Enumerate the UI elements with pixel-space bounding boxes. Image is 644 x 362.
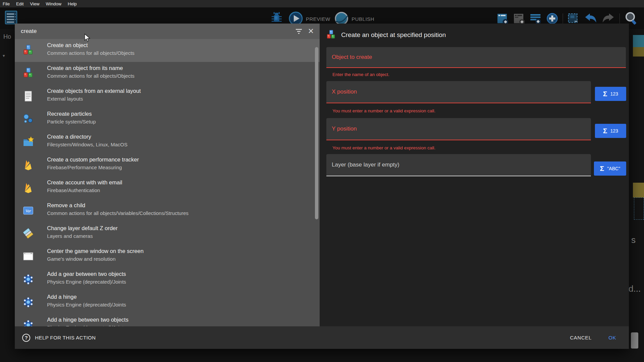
- remove-selection-icon[interactable]: [567, 12, 579, 25]
- action-subtitle: Filesystem/Windows, Linux, MacOS: [47, 142, 127, 147]
- help-icon: ?: [22, 334, 30, 342]
- list-item[interactable]: Add a hingePhysics Engine (deprecated)/J…: [15, 291, 320, 314]
- y-position-label: Y position: [332, 125, 357, 132]
- object-to-create-field[interactable]: Object to create: [326, 47, 626, 68]
- scrollbar-thumb[interactable]: [315, 47, 318, 219]
- list-item[interactable]: VarRemove a childCommon actions for all …: [15, 199, 320, 222]
- scene-object-olive: [633, 47, 644, 57]
- menu-edit[interactable]: Edit: [16, 1, 24, 6]
- action-subtitle: Common actions for all objects/Objects: [47, 50, 134, 56]
- expression-button-label: 123: [610, 91, 618, 97]
- document-icon: [22, 90, 34, 102]
- cubes-icon: [326, 30, 336, 40]
- list-item[interactable]: Create a custom performance trackerFireb…: [15, 153, 320, 176]
- home-tab-label: Ho: [3, 33, 11, 40]
- menu-help[interactable]: Help: [68, 1, 77, 6]
- close-icon[interactable]: ✕: [305, 25, 317, 37]
- action-subtitle: Firebase/Authentication: [47, 187, 100, 193]
- y-position-field[interactable]: Y position: [326, 118, 591, 140]
- menu-window[interactable]: Window: [46, 1, 61, 6]
- add-circle-icon[interactable]: [546, 12, 558, 25]
- action-list-panel: ✕ Create an objectCommon actions for all…: [15, 24, 320, 326]
- list-item[interactable]: Add a gear between two objectsPhysics En…: [15, 268, 320, 291]
- menu-view[interactable]: View: [30, 1, 39, 6]
- toolbar-separator: [563, 13, 563, 24]
- action-subtitle: Common actions for all objects/Objects: [47, 73, 134, 79]
- action-config-panel: Create an object at specified position O…: [320, 24, 629, 326]
- action-title: Center the game window on the screen: [47, 248, 144, 254]
- x-position-label: X position: [332, 88, 357, 95]
- expression-button-label: "ABC": [607, 166, 620, 171]
- project-manager-icon[interactable]: [5, 10, 18, 25]
- action-title: Create an object from its name: [47, 65, 123, 71]
- action-subtitle: Layers and cameras: [47, 233, 93, 239]
- action-title: Remove a child: [47, 202, 85, 209]
- cancel-button[interactable]: CANCEL: [570, 335, 592, 340]
- list-item[interactable]: Add a hinge between two objectsPhysics E…: [15, 314, 320, 326]
- action-subtitle: Firebase/Performance Measuring: [47, 165, 122, 170]
- toolbar-separator: [619, 13, 620, 24]
- choose-action-dialog: ✕ Create an objectCommon actions for all…: [15, 24, 629, 349]
- list-item[interactable]: Center the game window on the screenGame…: [15, 245, 320, 268]
- background-scrollbar[interactable]: [631, 332, 638, 349]
- menu-bar: File Edit View Window Help: [0, 0, 644, 7]
- chevron-down-icon[interactable]: ▾: [3, 53, 5, 58]
- zorder-icon: [22, 227, 34, 240]
- sigma-icon: Σ: [603, 90, 607, 98]
- object-helper-text: Enter the name of an object.: [332, 72, 390, 77]
- scene-object-olive: [633, 183, 644, 197]
- action-title: Create objects from an external layout: [47, 88, 141, 94]
- action-title: Create account with with email: [47, 179, 122, 186]
- window-icon: [22, 250, 34, 262]
- layer-field[interactable]: Layer (base layer if empty): [326, 154, 591, 176]
- action-title: Recreate particles: [47, 111, 92, 117]
- add-external-events-icon[interactable]: [513, 12, 525, 25]
- x-position-field[interactable]: X position: [326, 81, 591, 103]
- search-input[interactable]: [15, 28, 293, 35]
- add-events-icon[interactable]: [530, 12, 542, 25]
- list-item[interactable]: Change layer default Z orderLayers and c…: [15, 222, 320, 245]
- action-title: Create a directory: [47, 134, 91, 140]
- expression-button-label: 123: [610, 128, 618, 134]
- action-title: Change layer default Z order: [47, 225, 118, 231]
- y-expression-button[interactable]: Σ 123: [595, 124, 626, 138]
- list-item[interactable]: Create a directoryFilesystem/Windows, Li…: [15, 131, 320, 153]
- help-button[interactable]: ? HELP FOR THIS ACTION: [22, 334, 96, 342]
- action-list: Create an objectCommon actions for all o…: [15, 39, 320, 326]
- preview-button[interactable]: PREVIEW: [306, 16, 330, 22]
- action-subtitle: Physics Engine (deprecated)/Joints: [47, 302, 126, 307]
- clipped-text-fragment: d...: [629, 284, 641, 294]
- publish-button[interactable]: PUBLISH: [352, 16, 374, 22]
- redo-icon[interactable]: [602, 12, 615, 25]
- action-subtitle: Game's window and resolution: [47, 256, 116, 262]
- list-item[interactable]: Create objects from an external layoutEx…: [15, 85, 320, 108]
- x-error-text: You must enter a number or a valid expre…: [332, 108, 435, 113]
- ok-button[interactable]: OK: [608, 335, 616, 340]
- sigma-icon: Σ: [600, 165, 604, 173]
- list-item[interactable]: Create account with with emailFirebase/A…: [15, 176, 320, 199]
- list-item[interactable]: Create an objectCommon actions for all o…: [15, 39, 320, 62]
- action-subtitle: Common actions for all objects/Variables…: [47, 210, 189, 216]
- joint-icon: [22, 273, 34, 285]
- action-title: Create a custom performance tracker: [47, 156, 139, 163]
- svg-text:Var: Var: [26, 209, 31, 213]
- menu-file[interactable]: File: [3, 1, 10, 6]
- add-scene-icon[interactable]: [497, 12, 509, 25]
- firebase-icon: [22, 159, 34, 171]
- joint-icon: [22, 319, 34, 326]
- dialog-footer: ? HELP FOR THIS ACTION CANCEL OK: [15, 326, 629, 349]
- panel-title: Create an object at specified position: [341, 31, 446, 39]
- action-subtitle: Particle system/Setup: [47, 119, 96, 124]
- panel-header: Create an object at specified position: [326, 30, 446, 40]
- filter-icon[interactable]: [293, 25, 305, 37]
- x-expression-button[interactable]: Σ 123: [595, 87, 626, 101]
- action-title: Add a hinge between two objects: [47, 317, 128, 323]
- var-icon: Var: [22, 205, 34, 217]
- action-title: Create an object: [47, 42, 88, 48]
- help-label: HELP FOR THIS ACTION: [35, 335, 96, 340]
- list-item[interactable]: Recreate particlesParticle system/Setup: [15, 108, 320, 131]
- undo-icon[interactable]: [584, 12, 597, 25]
- list-item[interactable]: Create an object from its nameCommon act…: [15, 62, 320, 85]
- layer-label: Layer (base layer if empty): [332, 161, 399, 168]
- layer-expression-button[interactable]: Σ "ABC": [594, 161, 626, 176]
